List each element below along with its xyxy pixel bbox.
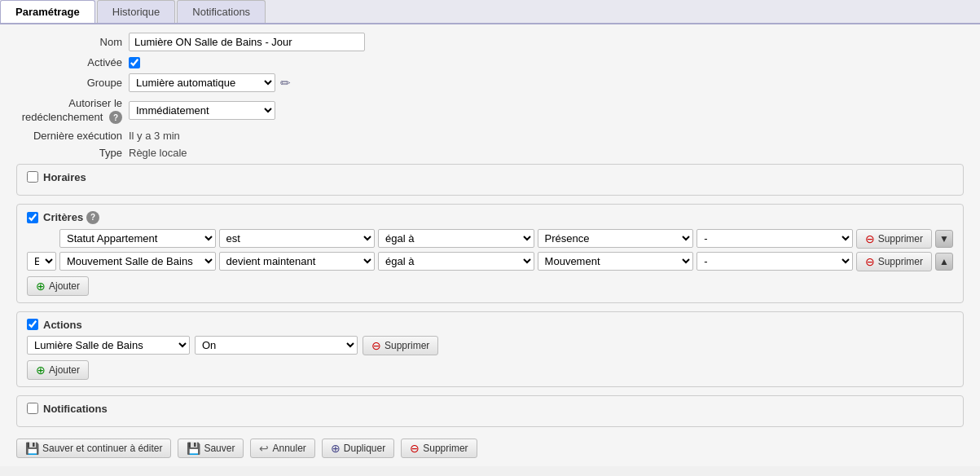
actions-row-1: Lumière Salle de Bains On ⊖ Supprimer — [27, 336, 953, 355]
actions-add-button[interactable]: ⊕ Ajouter — [27, 360, 89, 380]
actions-section: Actions Lumière Salle de Bains On ⊖ Supp… — [16, 311, 964, 387]
criteria-row-1: Statut Appartement est égal à Présence -… — [27, 229, 953, 249]
plus-icon-actions: ⊕ — [36, 364, 46, 377]
horaires-header: Horaires — [27, 171, 953, 183]
activee-row: Activée — [16, 56, 964, 68]
criteria-value-1[interactable]: Présence — [538, 229, 694, 248]
action-device-1[interactable]: Lumière Salle de Bains — [27, 336, 190, 355]
tab-historique[interactable]: Historique — [97, 0, 176, 23]
criteria-down-arrow-1[interactable]: ▼ — [935, 230, 953, 248]
tabs-container: Paramétrage Historique Notifications — [0, 0, 980, 24]
plus-icon-criteres: ⊕ — [36, 280, 46, 293]
action-delete-1[interactable]: ⊖ Supprimer — [363, 336, 438, 355]
minus-icon-2: ⊖ — [865, 255, 875, 268]
save-icon: 💾 — [187, 442, 200, 455]
activee-label: Activée — [16, 56, 122, 68]
derniere-value: Il y a 3 min — [129, 130, 180, 142]
criteres-title: Critères — [43, 211, 83, 223]
criteria-device-1[interactable]: Statut Appartement — [59, 229, 216, 248]
groupe-edit-icon[interactable]: ✏ — [280, 76, 291, 90]
action-value-1[interactable]: On — [195, 336, 358, 355]
supprimer-icon: ⊖ — [410, 442, 420, 455]
autoriser-label: Autoriser leredéclenchement ? — [16, 97, 122, 125]
derniere-label: Dernière exécution — [16, 130, 122, 142]
nom-input[interactable] — [129, 33, 365, 51]
horaires-checkbox[interactable] — [27, 171, 38, 183]
notifications-title: Notifications — [43, 403, 108, 415]
type-value: Règle locale — [129, 147, 187, 159]
autoriser-row: Autoriser leredéclenchement ? Immédiatem… — [16, 97, 964, 125]
groupe-label: Groupe — [16, 77, 122, 89]
notifications-section: Notifications — [16, 395, 964, 427]
horaires-title: Horaires — [43, 171, 86, 183]
criteria-device-2[interactable]: Mouvement Salle de Bains — [59, 252, 216, 271]
tab-notifications[interactable]: Notifications — [177, 0, 266, 23]
dupliquer-icon: ⊕ — [331, 442, 341, 455]
criteria-row-2: Et Mouvement Salle de Bains devient main… — [27, 252, 953, 271]
tab-bar: Paramétrage Historique Notifications — [0, 0, 980, 24]
groupe-row: Groupe Lumière automatique ✏ — [16, 73, 964, 92]
main-content: Nom Activée Groupe Lumière automatique ✏… — [0, 24, 980, 466]
criteria-connector-2: Et — [27, 252, 56, 271]
nom-row: Nom — [16, 33, 964, 51]
autoriser-help-icon[interactable]: ? — [109, 111, 122, 124]
minus-icon-action-1: ⊖ — [371, 339, 381, 352]
criteres-help-icon[interactable]: ? — [86, 211, 99, 224]
criteres-header: Critères ? — [27, 211, 953, 224]
derniere-row: Dernière exécution Il y a 3 min — [16, 130, 964, 142]
supprimer-button[interactable]: ⊖ Supprimer — [401, 439, 477, 458]
tab-parametrage[interactable]: Paramétrage — [0, 0, 95, 23]
criteria-connector-select-2[interactable]: Et — [27, 252, 56, 271]
horaires-section: Horaires — [16, 164, 964, 196]
bottom-buttons: 💾 Sauver et continuer à éditer 💾 Sauver … — [16, 439, 964, 458]
notifications-checkbox[interactable] — [27, 403, 38, 414]
save-continue-button[interactable]: 💾 Sauver et continuer à éditer — [16, 439, 171, 458]
criteria-condition-1[interactable]: est — [219, 229, 376, 248]
dupliquer-button[interactable]: ⊕ Dupliquer — [322, 439, 394, 458]
annuler-button[interactable]: ↩ Annuler — [250, 439, 314, 458]
criteria-up-arrow-2[interactable]: ▲ — [935, 253, 953, 271]
criteria-delete-2[interactable]: ⊖ Supprimer — [856, 252, 932, 271]
criteria-delete-1[interactable]: ⊖ Supprimer — [856, 229, 932, 249]
criteria-comparison-2[interactable]: égal à — [378, 252, 534, 271]
actions-checkbox[interactable] — [27, 319, 38, 330]
actions-header: Actions — [27, 319, 953, 331]
save-button[interactable]: 💾 Sauver — [178, 439, 244, 458]
notifications-header: Notifications — [27, 403, 953, 415]
criteria-value-2[interactable]: Mouvement — [538, 252, 694, 271]
type-label: Type — [16, 147, 122, 159]
actions-title: Actions — [43, 319, 82, 331]
annuler-icon: ↩ — [259, 442, 269, 455]
groupe-select[interactable]: Lumière automatique — [129, 73, 275, 92]
activee-checkbox[interactable] — [129, 57, 140, 68]
criteres-checkbox[interactable] — [27, 212, 38, 223]
autoriser-select[interactable]: Immédiatement — [129, 101, 275, 120]
save-continue-icon: 💾 — [25, 442, 39, 455]
type-row: Type Règle locale — [16, 147, 964, 159]
criteria-extra-2[interactable]: - — [697, 252, 853, 271]
criteres-section: Critères ? Statut Appartement est égal à… — [16, 204, 964, 303]
nom-label: Nom — [16, 36, 122, 48]
criteria-condition-2[interactable]: devient maintenant — [219, 252, 376, 271]
criteria-extra-1[interactable]: - — [697, 229, 853, 248]
minus-icon-1: ⊖ — [865, 232, 875, 245]
criteres-add-button[interactable]: ⊕ Ajouter — [27, 276, 89, 296]
criteria-comparison-1[interactable]: égal à — [378, 229, 534, 248]
